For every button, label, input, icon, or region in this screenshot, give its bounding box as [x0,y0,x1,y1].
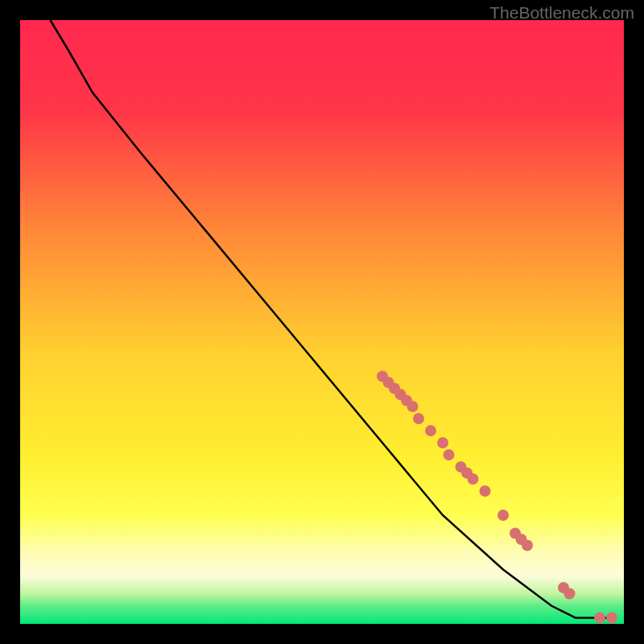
watermark-text: TheBottleneck.com [489,3,634,23]
data-point [480,485,491,497]
data-point [606,613,617,624]
data-point [425,425,436,436]
data-point [594,613,605,624]
chart-container [20,20,624,624]
data-point [413,413,424,424]
bottleneck-curve [51,20,613,618]
data-point [564,588,576,600]
data-point [407,401,419,412]
chart-curve [20,20,624,624]
data-point [437,437,448,448]
data-point [468,473,479,485]
data-point [522,540,533,551]
data-point [497,510,509,521]
data-point [444,449,455,460]
